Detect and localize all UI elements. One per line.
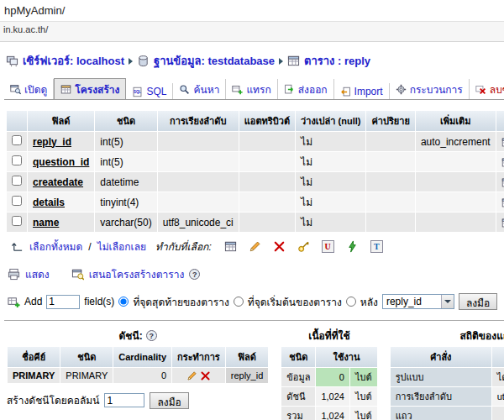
table-row: createdate datetime ไม่ [7, 172, 504, 192]
field-null: ไม่ [296, 213, 365, 232]
col-extra: เพิ่มเติม [416, 111, 496, 131]
stat-label: รูปแบบ [391, 368, 491, 386]
field-default [366, 132, 415, 151]
section-divider [4, 320, 504, 321]
field-collation [158, 172, 239, 192]
field-attributes [239, 172, 295, 192]
field-attributes [239, 132, 295, 151]
browse-values-action[interactable] [496, 132, 504, 151]
tab-sql[interactable]: SQL SQL [126, 83, 173, 99]
field-extra [416, 152, 496, 171]
col-index-field: ฟิลด์ [226, 347, 269, 367]
print-view-link[interactable]: แสดง [25, 266, 50, 282]
edit-index-icon[interactable] [186, 370, 197, 381]
tab-import[interactable]: Import [334, 83, 390, 99]
field-name: reply_id [33, 136, 71, 148]
radio-at-begin-label[interactable]: ที่จุดเริ่มต้นของตาราง [248, 294, 342, 310]
help-icon[interactable]: ? [189, 269, 200, 280]
fulltext-icon[interactable]: T [370, 240, 383, 253]
propose-structure-link[interactable]: เสนอโครงสร้างตาราง [89, 266, 185, 282]
radio-at-end-label[interactable]: ที่จุดสุดท้ายของตาราง [133, 294, 228, 310]
browse-selected-icon[interactable] [224, 240, 237, 253]
col-space-usage: ใช้งาน [316, 347, 376, 367]
field-name: createdate [33, 176, 83, 188]
row-checkbox[interactable] [12, 216, 22, 226]
index-row: PRIMARY PRIMARY 0 reply_id [8, 368, 268, 383]
col-cardinality: Cardinality [113, 347, 171, 367]
tab-insert[interactable]: แทรก [226, 79, 277, 99]
stat-value: utf8_unicode_ci [492, 387, 504, 406]
browse-values-action[interactable] [496, 152, 504, 171]
field-extra: auto_increment [416, 132, 496, 151]
unique-index-icon[interactable]: U [322, 240, 334, 253]
browser-title: hpMyAdmin/ [4, 4, 65, 17]
add-field-count-input[interactable] [46, 295, 80, 309]
tab-browse[interactable]: เปิดดู [4, 79, 54, 99]
create-index-go-button[interactable]: ลงมือ [150, 392, 188, 409]
uncheck-all-link[interactable]: ไม่เลือกเลย [97, 239, 146, 255]
breadcrumb-database[interactable]: ฐานข้อมูล: testdatabase [154, 52, 275, 70]
empty-table-icon [475, 84, 486, 95]
indexes-title: ดัชนี: [119, 328, 143, 344]
with-selected-label: ทำกับที่เลือก: [155, 239, 212, 255]
tab-export[interactable]: ส่งออก [278, 79, 334, 99]
field-null: ไม่ [296, 192, 365, 212]
radio-at-end[interactable] [118, 297, 129, 307]
browse-icon [501, 218, 504, 228]
radio-at-begin[interactable] [234, 297, 244, 307]
tab-empty[interactable]: ลบข้อมูล [470, 79, 504, 99]
export-icon [284, 84, 295, 95]
space-unit: ไบต์ [350, 387, 377, 406]
tab-operations[interactable]: กระบวนการ [390, 79, 470, 99]
index-cardinality: 0 [113, 368, 171, 383]
tab-search[interactable]: ค้นหา [173, 79, 226, 99]
field-extra [416, 213, 496, 232]
row-checkbox[interactable] [12, 155, 22, 165]
col-action-browse [496, 111, 504, 131]
indexes-panel: ดัชนี: ? ชื่อคีย์ ชนิด Cardinality กระทำ… [7, 328, 269, 409]
indexes-table: ชื่อคีย์ ชนิด Cardinality กระทำการ ฟิลด์… [7, 346, 269, 384]
breadcrumb-table[interactable]: ตาราง : reply [304, 52, 370, 70]
browse-icon [501, 157, 504, 168]
col-statement: คำสั่ง [391, 347, 491, 367]
after-field-select[interactable]: reply_id [382, 294, 454, 309]
space-usage-table: ชนิด ใช้งาน ข้อมูล 0 ไบต์ ดัชนี 1,024 ไบ… [281, 346, 377, 420]
col-space-type: ชนิด [281, 347, 315, 367]
structure-header-row: ฟิลด์ ชนิด การเรียงลำดับ แอตทริบิวต์ ว่า… [7, 111, 504, 131]
field-collation [158, 132, 239, 151]
add-field-icon [8, 296, 20, 308]
tab-label: แทรก [246, 81, 270, 97]
space-row: ดัชนี 1,024 ไบต์ [281, 387, 376, 406]
browse-values-action[interactable] [496, 172, 504, 192]
create-index-count-input[interactable] [104, 393, 144, 407]
add-field-go-button[interactable]: ลงมือ [459, 293, 497, 310]
primary-key-icon[interactable] [297, 240, 310, 253]
drop-selected-icon[interactable] [273, 240, 286, 253]
drop-index-icon[interactable] [200, 370, 211, 381]
check-all-link[interactable]: เลือกทั้งหมด [29, 239, 82, 255]
change-selected-icon[interactable] [249, 240, 261, 253]
search-icon [179, 84, 190, 95]
radio-after[interactable] [346, 297, 356, 307]
tab-label: SQL [146, 86, 166, 97]
import-icon [340, 87, 351, 97]
field-name: name [33, 217, 59, 228]
row-checkbox[interactable] [12, 135, 22, 145]
tab-structure[interactable]: โครงสร้าง [54, 78, 126, 99]
space-value: 1,024 [316, 407, 349, 420]
operations-icon [396, 84, 407, 95]
space-label: ข้อมูล [281, 368, 315, 386]
header-checkbox-col [7, 111, 27, 131]
add-label: Add [24, 296, 42, 307]
indexes-help-icon[interactable]: ? [146, 330, 157, 341]
row-checkbox[interactable] [12, 176, 22, 186]
tab-label: โครงสร้าง [75, 81, 119, 97]
browse-values-action[interactable] [496, 213, 504, 232]
field-name: question_id [33, 156, 89, 168]
breadcrumb-server[interactable]: เซิร์ฟเวอร์: localhost [23, 52, 124, 70]
radio-after-label[interactable]: หลัง [360, 294, 378, 310]
browser-url-bar[interactable]: in.ku.ac.th/ [0, 22, 504, 42]
row-checkbox[interactable] [12, 196, 22, 206]
index-icon[interactable] [346, 240, 359, 253]
browse-values-action[interactable] [496, 192, 504, 212]
